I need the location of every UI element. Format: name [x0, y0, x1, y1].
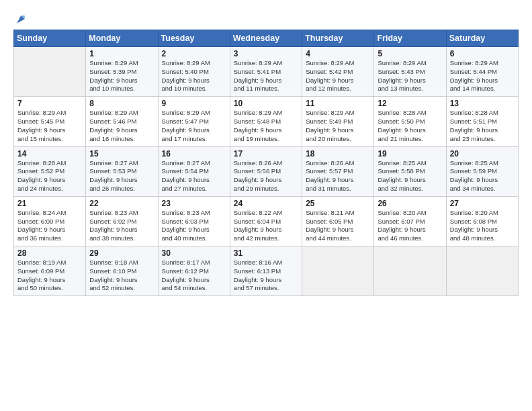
calendar-cell: 6Sunrise: 8:29 AMSunset: 5:44 PMDaylight… — [446, 47, 518, 97]
calendar-cell: 9Sunrise: 8:29 AMSunset: 5:47 PMDaylight… — [158, 97, 230, 146]
calendar-cell: 27Sunrise: 8:20 AMSunset: 6:08 PMDayligh… — [446, 196, 518, 246]
calendar-cell — [14, 47, 86, 97]
day-number: 3 — [234, 49, 298, 58]
day-info: Sunrise: 8:29 AMSunset: 5:49 PMDaylight:… — [306, 109, 370, 143]
day-header-monday: Monday — [86, 30, 158, 47]
day-number: 24 — [234, 199, 298, 208]
day-info: Sunrise: 8:28 AMSunset: 5:52 PMDaylight:… — [17, 159, 82, 193]
calendar-cell: 1Sunrise: 8:29 AMSunset: 5:39 PMDaylight… — [86, 47, 158, 97]
calendar-header-row: SundayMondayTuesdayWednesdayThursdayFrid… — [14, 30, 519, 47]
calendar-cell: 24Sunrise: 8:22 AMSunset: 6:04 PMDayligh… — [230, 196, 302, 246]
day-number: 9 — [162, 99, 226, 108]
day-info: Sunrise: 8:29 AMSunset: 5:44 PMDaylight:… — [450, 59, 515, 93]
day-number: 5 — [378, 49, 442, 58]
logo-icon — [15, 13, 27, 26]
day-number: 20 — [450, 149, 515, 158]
calendar-cell — [302, 246, 374, 296]
day-number: 6 — [450, 49, 515, 58]
day-header-friday: Friday — [374, 30, 446, 47]
day-info: Sunrise: 8:22 AMSunset: 6:04 PMDaylight:… — [234, 209, 298, 243]
day-info: Sunrise: 8:25 AMSunset: 5:59 PMDaylight:… — [450, 159, 515, 193]
day-info: Sunrise: 8:27 AMSunset: 5:53 PMDaylight:… — [89, 159, 154, 193]
calendar-week-row: 14Sunrise: 8:28 AMSunset: 5:52 PMDayligh… — [14, 146, 519, 196]
calendar-cell: 21Sunrise: 8:24 AMSunset: 6:00 PMDayligh… — [14, 196, 86, 246]
day-info: Sunrise: 8:28 AMSunset: 5:51 PMDaylight:… — [450, 109, 515, 143]
day-number: 31 — [234, 248, 298, 258]
calendar-cell: 22Sunrise: 8:23 AMSunset: 6:02 PMDayligh… — [86, 196, 158, 246]
calendar-cell: 7Sunrise: 8:29 AMSunset: 5:45 PMDaylight… — [14, 97, 86, 146]
calendar-week-row: 28Sunrise: 8:19 AMSunset: 6:09 PMDayligh… — [14, 246, 519, 296]
calendar-cell: 5Sunrise: 8:29 AMSunset: 5:43 PMDaylight… — [374, 47, 446, 97]
day-number: 12 — [378, 99, 442, 108]
day-number: 29 — [89, 248, 154, 258]
day-info: Sunrise: 8:29 AMSunset: 5:39 PMDaylight:… — [89, 59, 154, 93]
day-info: Sunrise: 8:26 AMSunset: 5:56 PMDaylight:… — [234, 159, 298, 193]
day-header-saturday: Saturday — [446, 30, 518, 47]
day-info: Sunrise: 8:26 AMSunset: 5:57 PMDaylight:… — [306, 159, 370, 193]
calendar-cell: 12Sunrise: 8:28 AMSunset: 5:50 PMDayligh… — [374, 97, 446, 146]
calendar-week-row: 7Sunrise: 8:29 AMSunset: 5:45 PMDaylight… — [14, 97, 519, 146]
calendar-cell: 17Sunrise: 8:26 AMSunset: 5:56 PMDayligh… — [230, 146, 302, 196]
calendar-cell: 19Sunrise: 8:25 AMSunset: 5:58 PMDayligh… — [374, 146, 446, 196]
calendar-cell: 2Sunrise: 8:29 AMSunset: 5:40 PMDaylight… — [158, 47, 230, 97]
day-info: Sunrise: 8:29 AMSunset: 5:40 PMDaylight:… — [162, 59, 226, 93]
calendar-cell: 15Sunrise: 8:27 AMSunset: 5:53 PMDayligh… — [86, 146, 158, 196]
day-number: 30 — [162, 248, 226, 258]
day-number: 22 — [89, 199, 154, 208]
day-number: 27 — [450, 199, 515, 208]
day-info: Sunrise: 8:28 AMSunset: 5:50 PMDaylight:… — [378, 109, 442, 143]
calendar-cell: 29Sunrise: 8:18 AMSunset: 6:10 PMDayligh… — [86, 246, 158, 296]
calendar-cell: 28Sunrise: 8:19 AMSunset: 6:09 PMDayligh… — [14, 246, 86, 296]
day-number: 28 — [17, 248, 82, 258]
day-number: 8 — [89, 99, 154, 108]
day-info: Sunrise: 8:24 AMSunset: 6:00 PMDaylight:… — [17, 209, 82, 243]
calendar-cell: 20Sunrise: 8:25 AMSunset: 5:59 PMDayligh… — [446, 146, 518, 196]
day-number: 4 — [306, 49, 370, 58]
calendar-cell: 30Sunrise: 8:17 AMSunset: 6:12 PMDayligh… — [158, 246, 230, 296]
day-header-sunday: Sunday — [14, 30, 86, 47]
day-number: 15 — [89, 149, 154, 158]
day-number: 21 — [17, 199, 82, 208]
day-number: 2 — [162, 49, 226, 58]
day-number: 11 — [306, 99, 370, 108]
calendar-cell — [374, 246, 446, 296]
day-info: Sunrise: 8:29 AMSunset: 5:42 PMDaylight:… — [306, 59, 370, 93]
calendar-cell: 18Sunrise: 8:26 AMSunset: 5:57 PMDayligh… — [302, 146, 374, 196]
calendar-cell: 23Sunrise: 8:23 AMSunset: 6:03 PMDayligh… — [158, 196, 230, 246]
day-header-tuesday: Tuesday — [158, 30, 230, 47]
day-info: Sunrise: 8:23 AMSunset: 6:02 PMDaylight:… — [89, 209, 154, 243]
day-number: 23 — [162, 199, 226, 208]
day-number: 19 — [378, 149, 442, 158]
calendar-cell — [446, 246, 518, 296]
calendar-week-row: 1Sunrise: 8:29 AMSunset: 5:39 PMDaylight… — [14, 47, 519, 97]
day-info: Sunrise: 8:21 AMSunset: 6:05 PMDaylight:… — [306, 209, 370, 243]
day-info: Sunrise: 8:29 AMSunset: 5:46 PMDaylight:… — [89, 109, 154, 143]
page: SundayMondayTuesdayWednesdayThursdayFrid… — [0, 0, 532, 411]
calendar-cell: 13Sunrise: 8:28 AMSunset: 5:51 PMDayligh… — [446, 97, 518, 146]
calendar-cell: 31Sunrise: 8:16 AMSunset: 6:13 PMDayligh… — [230, 246, 302, 296]
calendar-table: SundayMondayTuesdayWednesdayThursdayFrid… — [13, 30, 519, 296]
day-info: Sunrise: 8:17 AMSunset: 6:12 PMDaylight:… — [162, 259, 226, 293]
day-info: Sunrise: 8:23 AMSunset: 6:03 PMDaylight:… — [162, 209, 226, 243]
day-number: 18 — [306, 149, 370, 158]
day-number: 13 — [450, 99, 515, 108]
day-info: Sunrise: 8:19 AMSunset: 6:09 PMDaylight:… — [17, 259, 82, 293]
calendar-cell: 3Sunrise: 8:29 AMSunset: 5:41 PMDaylight… — [230, 47, 302, 97]
calendar-cell: 25Sunrise: 8:21 AMSunset: 6:05 PMDayligh… — [302, 196, 374, 246]
calendar-cell: 4Sunrise: 8:29 AMSunset: 5:42 PMDaylight… — [302, 47, 374, 97]
day-number: 14 — [17, 149, 82, 158]
calendar-cell: 16Sunrise: 8:27 AMSunset: 5:54 PMDayligh… — [158, 146, 230, 196]
day-info: Sunrise: 8:16 AMSunset: 6:13 PMDaylight:… — [234, 259, 298, 293]
logo — [13, 12, 27, 23]
day-info: Sunrise: 8:29 AMSunset: 5:48 PMDaylight:… — [234, 109, 298, 143]
day-number: 1 — [89, 49, 154, 58]
day-info: Sunrise: 8:29 AMSunset: 5:41 PMDaylight:… — [234, 59, 298, 93]
calendar-cell: 8Sunrise: 8:29 AMSunset: 5:46 PMDaylight… — [86, 97, 158, 146]
day-header-thursday: Thursday — [302, 30, 374, 47]
header — [13, 12, 519, 23]
day-number: 16 — [162, 149, 226, 158]
day-number: 26 — [378, 199, 442, 208]
day-info: Sunrise: 8:27 AMSunset: 5:54 PMDaylight:… — [162, 159, 226, 193]
day-header-wednesday: Wednesday — [230, 30, 302, 47]
calendar-cell: 11Sunrise: 8:29 AMSunset: 5:49 PMDayligh… — [302, 97, 374, 146]
